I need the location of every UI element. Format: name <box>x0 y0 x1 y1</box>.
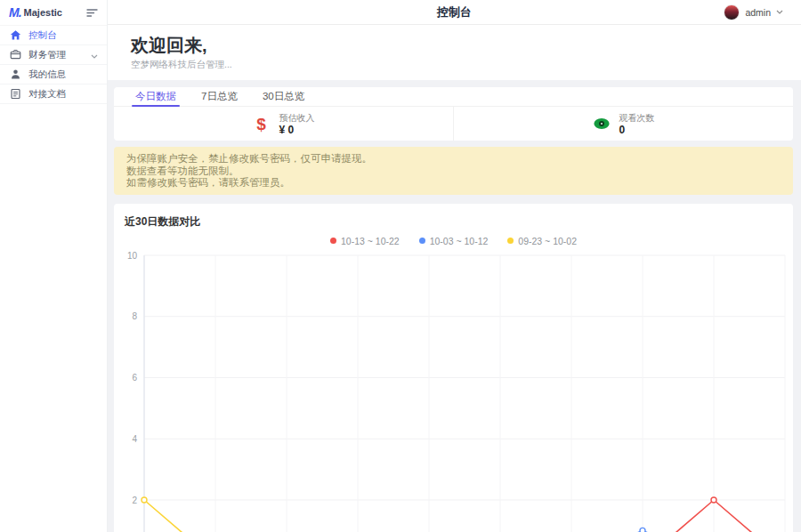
sidebar-item-home[interactable]: 控制台 <box>0 26 107 45</box>
stat-value: 0 <box>619 124 655 136</box>
chart-legend: 10-13 ~ 10-2210-03 ~ 10-1209-23 ~ 10-02 <box>125 236 782 246</box>
stat-label: 预估收入 <box>279 112 315 124</box>
main-area: 控制台 admin 欢迎回来, 空梦网络科技后台管理... 今日数据7日总览30… <box>108 0 801 532</box>
legend-label: 10-13 ~ 10-22 <box>341 236 400 246</box>
chevron-down-icon <box>776 10 783 14</box>
legend-item[interactable]: 10-03 ~ 10-12 <box>419 236 489 246</box>
line-chart: 108642 <box>114 204 793 532</box>
sidebar-menu: 控制台财务管理我的信息对接文档 <box>0 26 107 104</box>
legend-label: 09-23 ~ 10-02 <box>518 236 577 246</box>
security-notice: 为保障账户安全，禁止修改账号密码，仅可申请提现。数据查看等功能无限制。如需修改账… <box>114 147 793 195</box>
welcome-subtitle: 空梦网络科技后台管理... <box>131 59 801 71</box>
legend-item[interactable]: 09-23 ~ 10-02 <box>507 236 577 246</box>
sidebar: M. Majestic 控制台财务管理我的信息对接文档 <box>0 0 108 532</box>
stat-dollar: $预估收入¥ 0 <box>114 112 453 136</box>
page-title: 控制台 <box>108 4 801 20</box>
user-icon <box>9 69 21 81</box>
document-icon <box>9 88 21 101</box>
sidebar-item-wallet[interactable]: 财务管理 <box>0 45 107 65</box>
welcome-title: 欢迎回来, <box>131 34 801 57</box>
sidebar-collapse-icon[interactable] <box>86 8 98 17</box>
logo-text[interactable]: Majestic <box>24 7 86 18</box>
user-menu[interactable]: admin <box>724 4 801 20</box>
stat-value: ¥ 0 <box>279 124 315 136</box>
tab-bar: 今日数据7日总览30日总览 <box>114 87 793 107</box>
chart-title: 近30日数据对比 <box>125 214 782 230</box>
overview-card: 今日数据7日总览30日总览 $预估收入¥ 0观看次数0 <box>114 87 793 141</box>
tab-2[interactable]: 30日总览 <box>263 87 304 106</box>
legend-dot-icon <box>507 238 514 244</box>
logo-row: M. Majestic <box>0 0 107 26</box>
chart-card: 近30日数据对比 10-13 ~ 10-2210-03 ~ 10-1209-23… <box>114 204 793 532</box>
stat-label: 观看次数 <box>619 112 655 124</box>
sidebar-item-user[interactable]: 我的信息 <box>0 65 107 85</box>
notice-line: 为保障账户安全，禁止修改账号密码，仅可申请提现。 <box>126 153 781 165</box>
sidebar-item-label: 财务管理 <box>28 49 91 61</box>
sidebar-item-label: 我的信息 <box>28 69 98 81</box>
sidebar-item-document[interactable]: 对接文档 <box>0 85 107 104</box>
legend-item[interactable]: 10-13 ~ 10-22 <box>330 236 400 246</box>
legend-dot-icon <box>419 238 425 244</box>
user-name: admin <box>745 7 771 18</box>
app-window: M. Majestic 控制台财务管理我的信息对接文档 控制台 admin 欢迎… <box>0 0 801 532</box>
svg-text:2: 2 <box>132 495 137 504</box>
notice-line: 数据查看等功能无限制。 <box>126 165 781 178</box>
tab-0[interactable]: 今日数据 <box>135 87 176 106</box>
wallet-icon <box>9 49 21 61</box>
sidebar-item-label: 控制台 <box>28 29 98 42</box>
header: 控制台 admin <box>108 0 801 25</box>
dollar-icon: $ <box>253 116 271 133</box>
home-icon <box>9 29 21 42</box>
legend-label: 10-03 ~ 10-12 <box>430 236 489 246</box>
welcome-banner: 欢迎回来, 空梦网络科技后台管理... <box>108 25 801 80</box>
legend-dot-icon <box>330 238 336 244</box>
content: 今日数据7日总览30日总览 $预估收入¥ 0观看次数0 为保障账户安全，禁止修改… <box>108 80 801 532</box>
chevron-down-icon <box>91 50 98 60</box>
logo-icon[interactable]: M. <box>9 5 21 20</box>
svg-text:6: 6 <box>132 373 137 383</box>
tab-1[interactable]: 7日总览 <box>201 87 238 106</box>
sidebar-item-label: 对接文档 <box>28 88 98 101</box>
svg-text:4: 4 <box>132 433 137 443</box>
svg-text:10: 10 <box>127 250 138 260</box>
eye-icon <box>593 117 611 130</box>
svg-text:8: 8 <box>132 311 137 321</box>
notice-line: 如需修改账号密码，请联系管理员。 <box>126 177 781 189</box>
stats-row: $预估收入¥ 0观看次数0 <box>114 107 793 141</box>
avatar[interactable] <box>724 4 740 20</box>
stat-eye: 观看次数0 <box>453 107 793 141</box>
